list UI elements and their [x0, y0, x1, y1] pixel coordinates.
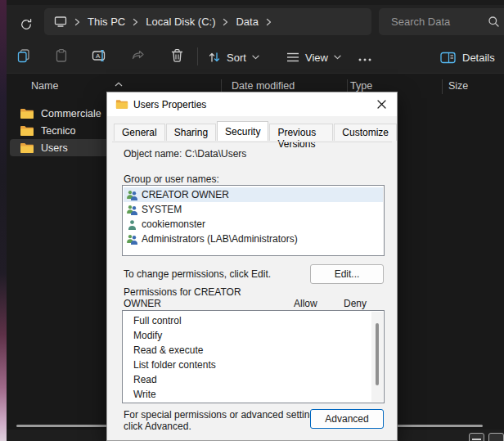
trash-icon — [170, 48, 184, 66]
details-pane-button[interactable]: Details — [440, 44, 495, 70]
paste-icon — [54, 48, 69, 66]
breadcrumb-item-local-disk[interactable]: Local Disk (C:) — [146, 16, 215, 28]
sort-arrows-icon — [208, 51, 221, 64]
sort-button[interactable]: Sort — [203, 44, 264, 70]
folder-icon — [20, 142, 34, 154]
chevron-right-icon — [74, 18, 80, 26]
chevron-down-icon — [334, 55, 341, 60]
advanced-button[interactable]: Advanced — [310, 409, 384, 429]
user-name: CREATOR OWNER — [142, 189, 229, 200]
group-users-icon — [126, 234, 138, 245]
dialog-titlebar: Users Properties — [107, 92, 397, 116]
address-bar: This PC Local Disk (C:) Data — [7, 5, 504, 39]
chevron-right-icon — [266, 18, 272, 26]
permissions-listbox[interactable]: Full control Modify Read & execute List … — [122, 310, 385, 403]
refresh-icon — [20, 18, 33, 34]
column-header-name[interactable]: Name — [31, 80, 58, 92]
users-properties-dialog: Users Properties General Sharing Securit… — [106, 92, 398, 441]
search-input[interactable] — [379, 8, 504, 35]
thumbnail-view-toggle-icon[interactable] — [488, 433, 504, 441]
breadcrumb-item-data[interactable]: Data — [236, 16, 258, 28]
details-label: Details — [462, 52, 495, 64]
sort-label: Sort — [227, 52, 246, 64]
permission-list-folder-contents[interactable]: List folder contents — [133, 359, 216, 371]
see-more-button[interactable] — [353, 47, 376, 68]
list-item-administrators[interactable]: Administrators (LAB\Administrators) — [124, 232, 383, 246]
object-name-label: Object name: — [124, 148, 182, 160]
ellipsis-icon — [358, 50, 371, 65]
tab-page-border — [112, 142, 392, 142]
chevron-down-icon — [252, 55, 259, 60]
list-item-system[interactable]: SYSTEM — [124, 202, 383, 217]
advanced-hint-line2: click Advanced. — [124, 421, 191, 432]
folder-icon — [20, 125, 34, 137]
folder-row-commerciale[interactable]: Commerciale — [10, 105, 110, 122]
copy-icon — [16, 48, 31, 66]
permission-modify[interactable]: Modify — [133, 330, 162, 341]
permissions-scrollbar[interactable] — [371, 312, 383, 402]
advanced-hint-line1: For special permissions or advanced sett… — [124, 409, 322, 421]
view-button[interactable]: View — [281, 44, 346, 70]
list-item-creator-owner[interactable]: CREATOR OWNER — [124, 187, 383, 202]
dialog-tabs: General Sharing Security Previous Versio… — [114, 124, 397, 141]
permission-read-execute[interactable]: Read & execute — [133, 344, 203, 356]
permission-write[interactable]: Write — [133, 389, 156, 400]
deny-column-header: Deny — [344, 298, 367, 309]
column-header-date-modified[interactable]: Date modified — [232, 80, 295, 92]
column-divider[interactable] — [442, 79, 443, 94]
list-item-cookiemonster[interactable]: cookiemonster — [124, 217, 383, 232]
permission-full-control[interactable]: Full control — [133, 315, 182, 326]
object-name-value: C:\Data\Users — [185, 148, 246, 160]
user-name: SYSTEM — [142, 204, 182, 215]
share-button[interactable] — [128, 47, 149, 68]
edit-button[interactable]: Edit... — [310, 264, 384, 284]
close-icon[interactable] — [371, 95, 391, 114]
permissions-for-label-line1: Permissions for CREATOR — [124, 286, 241, 298]
chevron-right-icon — [223, 18, 228, 26]
folder-row-tecnico[interactable]: Tecnico — [10, 122, 110, 139]
view-label: View — [305, 52, 328, 64]
sort-ascending-icon — [115, 75, 123, 90]
command-toolbar: A Sort View Details — [7, 39, 504, 74]
user-name: cookiemonster — [142, 218, 205, 230]
permissions-for-label-line2: OWNER — [124, 298, 161, 309]
tab-security[interactable]: Security — [217, 121, 268, 141]
single-user-icon — [126, 219, 138, 230]
breadcrumb-item-this-pc[interactable]: This PC — [88, 16, 125, 28]
folder-row-users-selected[interactable]: Users — [10, 139, 110, 156]
rename-button[interactable]: A — [89, 47, 110, 68]
rename-icon: A — [92, 48, 108, 66]
group-user-listbox[interactable]: CREATOR OWNER SYSTEM cookiemonster Admin… — [122, 185, 385, 256]
group-or-user-names-label: Group or user names: — [124, 173, 219, 185]
breadcrumb: This PC Local Disk (C:) Data — [44, 8, 371, 35]
view-list-icon — [286, 52, 299, 63]
toolbar-divider — [197, 47, 198, 65]
tab-sharing[interactable]: Sharing — [166, 124, 216, 141]
folder-name: Commerciale — [41, 108, 101, 119]
column-header-size[interactable]: Size — [448, 80, 468, 92]
folder-name: Users — [41, 142, 68, 154]
chevron-right-icon — [133, 18, 138, 26]
delete-button[interactable] — [166, 47, 187, 68]
copy-button[interactable] — [13, 47, 34, 68]
edit-permissions-hint: To change permissions, click Edit. — [124, 268, 271, 280]
paste-button[interactable] — [51, 47, 72, 68]
tab-customize[interactable]: Customize — [334, 124, 397, 141]
permission-read[interactable]: Read — [133, 374, 157, 385]
svg-text:A: A — [96, 52, 101, 60]
folder-icon — [115, 98, 128, 113]
tab-general[interactable]: General — [114, 124, 165, 141]
details-view-toggle-icon[interactable] — [469, 433, 484, 441]
search-box[interactable] — [379, 8, 504, 35]
folder-name: Tecnico — [41, 125, 75, 137]
user-name: Administrators (LAB\Administrators) — [142, 233, 298, 245]
folder-icon — [20, 108, 34, 119]
refresh-button[interactable] — [15, 15, 38, 38]
details-pane-icon — [440, 52, 456, 64]
column-header-type[interactable]: Type — [350, 80, 372, 92]
share-icon — [131, 48, 146, 66]
search-icon — [488, 16, 500, 31]
tab-previous-versions[interactable]: Previous Versions — [269, 124, 333, 141]
this-pc-icon — [54, 16, 67, 28]
scrollbar-thumb[interactable] — [376, 323, 379, 385]
